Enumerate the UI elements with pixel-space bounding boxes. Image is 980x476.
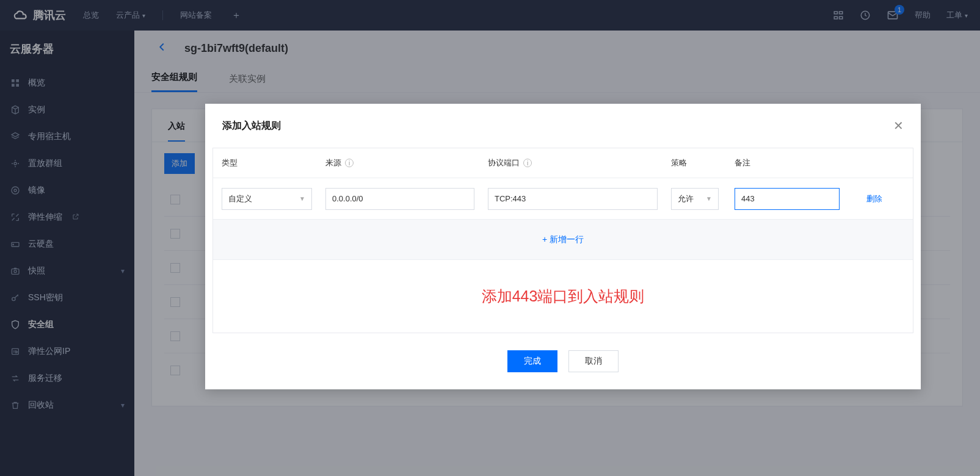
add-inbound-rule-modal: 添加入站规则 ✕ 类型 来源i 协议端口i 策略 备注 自定义 ▼ bbox=[205, 104, 921, 389]
source-input[interactable] bbox=[325, 188, 474, 210]
modal-footer: 完成 取消 bbox=[205, 333, 921, 389]
col-type: 类型 bbox=[222, 157, 325, 168]
col-port: 协议端口i bbox=[488, 157, 671, 168]
type-select[interactable]: 自定义 ▼ bbox=[222, 188, 312, 210]
col-source: 来源i bbox=[325, 157, 488, 168]
add-line-label: + 新增一行 bbox=[542, 234, 584, 245]
chevron-down-icon: ▼ bbox=[299, 195, 305, 202]
policy-select[interactable]: 允许 ▼ bbox=[671, 188, 719, 210]
info-icon[interactable]: i bbox=[523, 159, 532, 167]
col-port-label: 协议端口 bbox=[488, 157, 520, 168]
col-remark: 备注 bbox=[735, 157, 854, 168]
modal-header: 添加入站规则 ✕ bbox=[205, 104, 921, 148]
rules-table-header: 类型 来源i 协议端口i 策略 备注 bbox=[213, 148, 913, 178]
col-source-label: 来源 bbox=[325, 157, 341, 168]
chevron-down-icon: ▼ bbox=[706, 195, 712, 202]
col-policy-label: 策略 bbox=[671, 157, 687, 168]
rule-row: 自定义 ▼ 允许 ▼ bbox=[213, 178, 913, 219]
remark-input[interactable] bbox=[735, 188, 840, 210]
port-input[interactable] bbox=[488, 188, 658, 210]
confirm-button[interactable]: 完成 bbox=[507, 350, 557, 372]
col-type-label: 类型 bbox=[222, 157, 238, 168]
modal-title: 添加入站规则 bbox=[222, 120, 281, 132]
info-icon[interactable]: i bbox=[345, 159, 354, 167]
policy-select-value: 允许 bbox=[678, 193, 694, 204]
modal-body: 类型 来源i 协议端口i 策略 备注 自定义 ▼ bbox=[205, 148, 921, 333]
close-icon[interactable]: ✕ bbox=[893, 118, 904, 133]
annotation-text: 添加443端口到入站规则 bbox=[482, 286, 645, 306]
delete-link[interactable]: 删除 bbox=[866, 193, 882, 204]
add-line-button[interactable]: + 新增一行 bbox=[213, 219, 913, 259]
annotation-row: 添加443端口到入站规则 bbox=[213, 259, 913, 333]
col-remark-label: 备注 bbox=[735, 157, 750, 168]
rules-table: 类型 来源i 协议端口i 策略 备注 自定义 ▼ bbox=[212, 148, 913, 333]
col-policy: 策略 bbox=[671, 157, 735, 168]
cancel-button[interactable]: 取消 bbox=[568, 350, 619, 372]
type-select-value: 自定义 bbox=[228, 193, 252, 204]
